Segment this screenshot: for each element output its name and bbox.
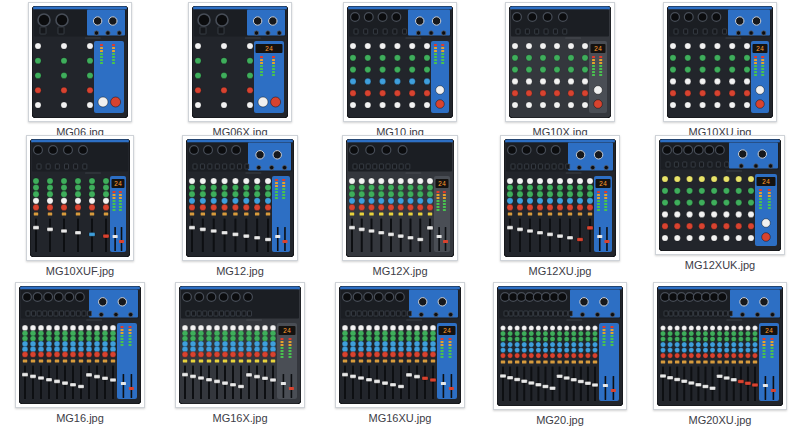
thumbnail-image[interactable]: 24 bbox=[655, 135, 785, 255]
file-thumbnail-mg16xu[interactable]: 24 MG16XU.jpg bbox=[320, 280, 480, 427]
file-name-label[interactable]: MG10XUF.jpg bbox=[46, 265, 114, 277]
file-thumbnail-mg12xuk[interactable]: 24 MG12XUK.jpg bbox=[640, 133, 800, 280]
audio-mixer-icon: 24 bbox=[30, 139, 130, 257]
file-thumbnail-mg10xu[interactable]: 24 MG10XU.jpg bbox=[640, 0, 800, 133]
svg-text:24: 24 bbox=[114, 181, 122, 188]
audio-mixer-icon: 24 bbox=[509, 6, 611, 118]
svg-text:24: 24 bbox=[265, 46, 273, 53]
file-name-label[interactable]: MG20XU.jpg bbox=[689, 414, 752, 426]
audio-mixer-icon bbox=[32, 6, 128, 118]
thumbnail-image[interactable]: 24 bbox=[26, 135, 134, 261]
thumbnail-image[interactable]: 24 bbox=[663, 2, 777, 122]
svg-text:24: 24 bbox=[594, 46, 602, 53]
audio-mixer-icon bbox=[347, 6, 453, 118]
file-thumbnail-mg10[interactable]: MG10.jpg bbox=[320, 0, 480, 133]
thumbnail-image[interactable] bbox=[182, 135, 298, 261]
file-name-label[interactable]: MG12.jpg bbox=[216, 265, 264, 277]
thumbnail-grid: MG06.jpg 24 MG06X.jpg MG10.jpg 24 MG10X.… bbox=[0, 0, 800, 427]
file-name-label[interactable]: MG12X.jpg bbox=[372, 265, 427, 277]
audio-mixer-icon: 24 bbox=[659, 139, 781, 251]
audio-mixer-icon bbox=[186, 139, 294, 257]
file-thumbnail-mg16x[interactable]: 24 MG16X.jpg bbox=[160, 280, 320, 427]
file-thumbnail-mg12xu[interactable]: 24 MG12XU.jpg bbox=[480, 133, 640, 280]
thumbnail-image[interactable]: 24 bbox=[653, 282, 787, 410]
audio-mixer-icon: 24 bbox=[657, 286, 783, 406]
file-name-label[interactable]: MG16X.jpg bbox=[212, 412, 267, 424]
svg-text:24: 24 bbox=[443, 328, 451, 335]
thumbnail-image[interactable]: 24 bbox=[175, 282, 305, 408]
thumbnail-image[interactable]: 24 bbox=[505, 2, 615, 122]
file-thumbnail-mg20[interactable]: MG20.jpg bbox=[480, 280, 640, 427]
thumbnail-image[interactable]: 24 bbox=[335, 282, 465, 408]
file-name-label[interactable]: MG12XUK.jpg bbox=[685, 259, 755, 271]
file-name-label[interactable]: MG16.jpg bbox=[56, 412, 104, 424]
file-thumbnail-mg20xu[interactable]: 24 MG20XU.jpg bbox=[640, 280, 800, 427]
file-thumbnail-mg16[interactable]: MG16.jpg bbox=[0, 280, 160, 427]
file-name-label[interactable]: MG12XU.jpg bbox=[529, 265, 592, 277]
svg-text:24: 24 bbox=[765, 328, 773, 335]
file-name-label[interactable]: MG16XU.jpg bbox=[369, 412, 432, 424]
audio-mixer-icon: 24 bbox=[346, 139, 454, 257]
file-thumbnail-mg12x[interactable]: 24 MG12X.jpg bbox=[320, 133, 480, 280]
thumbnail-image[interactable]: 24 bbox=[342, 135, 458, 261]
audio-mixer-icon: 24 bbox=[179, 286, 301, 404]
thumbnail-image[interactable]: 24 bbox=[188, 2, 292, 122]
audio-mixer-icon bbox=[19, 286, 141, 404]
svg-text:24: 24 bbox=[762, 179, 770, 186]
thumbnail-image[interactable] bbox=[493, 282, 627, 410]
thumbnail-image[interactable] bbox=[343, 2, 457, 122]
file-thumbnail-mg06x[interactable]: 24 MG06X.jpg bbox=[160, 0, 320, 133]
file-thumbnail-mg10xuf[interactable]: 24 MG10XUF.jpg bbox=[0, 133, 160, 280]
audio-mixer-icon: 24 bbox=[504, 139, 616, 257]
thumbnail-image[interactable] bbox=[28, 2, 132, 122]
audio-mixer-icon bbox=[497, 286, 623, 406]
svg-text:24: 24 bbox=[599, 181, 607, 188]
file-thumbnail-mg10x[interactable]: 24 MG10X.jpg bbox=[480, 0, 640, 133]
svg-text:24: 24 bbox=[283, 328, 291, 335]
svg-text:24: 24 bbox=[438, 181, 446, 188]
audio-mixer-icon: 24 bbox=[339, 286, 461, 404]
file-name-label[interactable]: MG20.jpg bbox=[536, 414, 584, 426]
audio-mixer-icon: 24 bbox=[667, 6, 773, 118]
file-thumbnail-mg12[interactable]: MG12.jpg bbox=[160, 133, 320, 280]
thumbnail-image[interactable] bbox=[15, 282, 145, 408]
thumbnail-image[interactable]: 24 bbox=[500, 135, 620, 261]
svg-text:24: 24 bbox=[756, 46, 764, 53]
audio-mixer-icon: 24 bbox=[192, 6, 288, 118]
file-thumbnail-mg06[interactable]: MG06.jpg bbox=[0, 0, 160, 133]
